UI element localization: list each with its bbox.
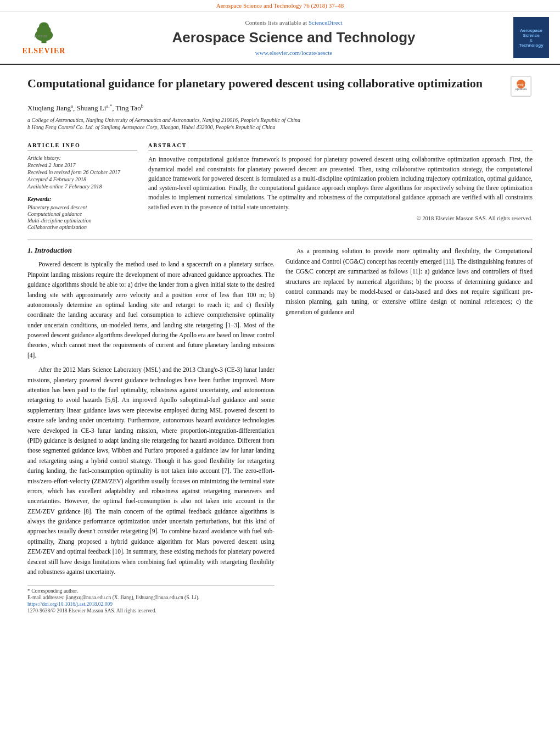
paper-title: Computational guidance for planetary pow… — [27, 76, 502, 92]
journal-header: ELSEVIER ELSEVIER Contents lists availab… — [0, 12, 560, 65]
journal-info-center: Contents lists available at ScienceDirec… — [82, 19, 505, 56]
svg-text:Check for: Check for — [513, 83, 530, 87]
svg-point-3 — [39, 22, 49, 30]
top-bar: Aerospace Science and Technology 76 (201… — [0, 0, 560, 12]
keywords-label: Keywords: — [27, 196, 137, 202]
keyword-3: Multi-discipline optimization — [27, 217, 137, 224]
article-history: Article history: Received 2 June 2017 Re… — [27, 155, 137, 189]
revised-date: Received in revised form 26 October 2017 — [27, 169, 137, 175]
abstract-header: ABSTRACT — [148, 142, 533, 150]
section-divider — [27, 239, 533, 239]
journal-title-header: Aerospace Science and Technology — [82, 29, 505, 46]
affiliations: a College of Astronautics, Nanjing Unive… — [27, 117, 533, 130]
elsevier-brand: ELSEVIER — [23, 47, 66, 55]
crossmark-icon: Check for updates — [511, 76, 531, 96]
abstract-section: ABSTRACT An innovative computational gui… — [148, 142, 533, 231]
crossmark-badge[interactable]: Check for updates — [511, 76, 533, 98]
elsevier-tree-icon: ELSEVIER — [22, 20, 66, 45]
keywords-section: Keywords: Planetary powered descent Comp… — [27, 196, 137, 230]
keyword-2: Computational guidance — [27, 211, 137, 217]
available-date: Available online 7 February 2018 — [27, 183, 137, 189]
article-info-header: ARTICLE INFO — [27, 142, 137, 150]
keyword-1: Planetary powered descent — [27, 204, 137, 210]
intro-paragraph-3: As a promising solution to provide more … — [285, 246, 533, 317]
corresponding-author: * Corresponding author. — [27, 588, 275, 594]
affiliation-a: a College of Astronautics, Nanjing Unive… — [27, 117, 533, 123]
authors-line: Xiuqiang Jianga, Shuang Lia,*, Ting Taob — [27, 103, 533, 113]
journal-url: www.elsevier.com/locate/aescte — [82, 49, 505, 56]
journal-badge: Aerospace Science & Technology — [513, 17, 549, 58]
received-date: Received 2 June 2017 — [27, 162, 137, 168]
left-column: 1. Introduction Powered descent is typic… — [27, 246, 275, 615]
svg-text:ELSEVIER: ELSEVIER — [33, 34, 48, 37]
intro-paragraph-2-partial: After the 2012 Mars Science Laboratory (… — [27, 365, 275, 577]
sciencedirect-link-text[interactable]: ScienceDirect — [309, 19, 343, 26]
email-addresses: E-mail addresses: jiangxq@nuaa.edu.cn (X… — [27, 595, 275, 600]
intro-section-title: 1. Introduction — [27, 246, 275, 255]
accepted-date: Accepted 4 February 2018 — [27, 176, 137, 182]
copyright-notice: © 2018 Elsevier Masson SAS. All rights r… — [148, 215, 533, 221]
journal-badge-container: Aerospace Science & Technology — [505, 17, 549, 58]
svg-text:updates: updates — [515, 87, 527, 91]
sciencedirect-notice: Contents lists available at ScienceDirec… — [82, 19, 505, 26]
right-column: As a promising solution to provide more … — [285, 246, 533, 615]
doi-link[interactable]: https://doi.org/10.1016/j.ast.2018.02.00… — [27, 601, 275, 607]
abstract-text: An innovative computational guidance fra… — [148, 155, 533, 212]
issn-notice: 1270-9638/© 2018 Elsevier Masson SAS. Al… — [27, 608, 275, 613]
keywords-list: Planetary powered descent Computational … — [27, 204, 137, 230]
intro-paragraph-1: Powered descent is typically the method … — [27, 259, 275, 360]
article-info-panel: ARTICLE INFO Article history: Received 2… — [27, 142, 137, 231]
affiliation-b: b Hong Feng Control Co. Ltd. of Sanjiang… — [27, 124, 533, 130]
article-body: ARTICLE INFO Article history: Received 2… — [0, 142, 560, 231]
footnote-section: * Corresponding author. E-mail addresses… — [27, 585, 275, 613]
main-content: 1. Introduction Powered descent is typic… — [0, 246, 560, 615]
elsevier-logo-container: ELSEVIER ELSEVIER — [11, 19, 82, 57]
keyword-4: Collaborative optimization — [27, 224, 137, 230]
history-label: Article history: — [27, 155, 137, 161]
paper-header: Computational guidance for planetary pow… — [0, 65, 560, 142]
journal-reference: Aerospace Science and Technology 76 (201… — [216, 2, 344, 9]
